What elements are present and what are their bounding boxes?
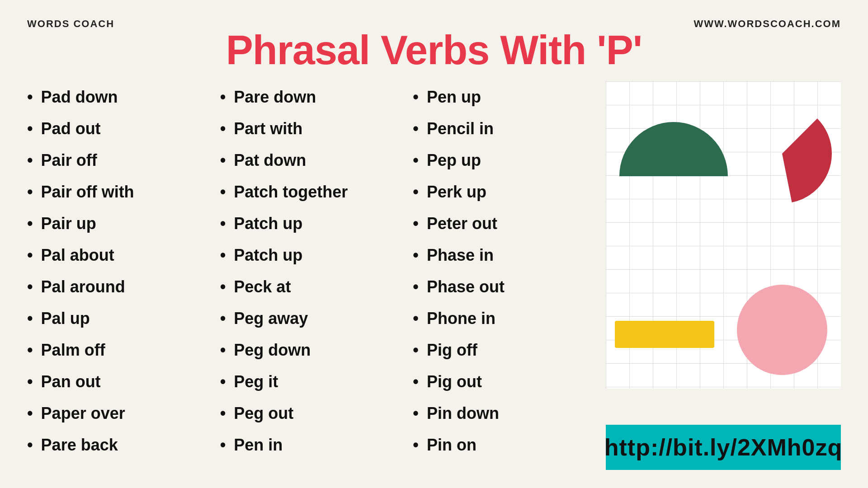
list-item: Pep up	[413, 145, 606, 176]
list-item: Pin on	[413, 429, 606, 461]
list-item: Pad down	[27, 81, 220, 113]
list-item: Pen up	[413, 81, 606, 113]
word-list-3: Pen upPencil inPep upPerk upPeter outPha…	[413, 81, 606, 461]
list-item: Part with	[220, 113, 413, 145]
list-item: Pal up	[27, 303, 220, 334]
url-text: http://bit.ly/2XMh0zq	[604, 434, 843, 461]
list-item: Palm off	[27, 334, 220, 366]
list-item: Phone in	[413, 303, 606, 334]
list-item: Pad out	[27, 113, 220, 145]
list-item: Pare down	[220, 81, 413, 113]
pink-circle	[737, 285, 827, 375]
list-item: Pan out	[27, 366, 220, 398]
yellow-rectangle	[615, 321, 714, 348]
url-bar[interactable]: http://bit.ly/2XMh0zq	[606, 425, 841, 470]
graphic-area	[606, 81, 841, 425]
list-item: Phase out	[413, 271, 606, 303]
list-item: Phase in	[413, 239, 606, 271]
column-3: Pen upPencil inPep upPerk upPeter outPha…	[413, 81, 606, 470]
list-item: Pair off with	[27, 176, 220, 208]
list-item: Pal around	[27, 271, 220, 303]
content-area: Pad downPad outPair offPair off withPair…	[27, 81, 841, 470]
list-item: Pen in	[220, 429, 413, 461]
word-list-2: Pare downPart withPat downPatch together…	[220, 81, 413, 461]
column-2: Pare downPart withPat downPatch together…	[220, 81, 413, 470]
page-title: Phrasal Verbs With 'P'	[0, 27, 868, 74]
list-item: Patch up	[220, 239, 413, 271]
right-panel: http://bit.ly/2XMh0zq	[606, 81, 841, 470]
list-item: Pig off	[413, 334, 606, 366]
list-item: Patch together	[220, 176, 413, 208]
list-item: Peg down	[220, 334, 413, 366]
list-item: Pig out	[413, 366, 606, 398]
list-item: Pencil in	[413, 113, 606, 145]
list-item: Peck at	[220, 271, 413, 303]
list-item: Pare back	[27, 429, 220, 461]
list-item: Pair off	[27, 145, 220, 176]
word-list-1: Pad downPad outPair offPair off withPair…	[27, 81, 220, 461]
list-item: Paper over	[27, 398, 220, 429]
column-1: Pad downPad outPair offPair off withPair…	[27, 81, 220, 470]
list-item: Patch up	[220, 208, 413, 239]
list-item: Peg away	[220, 303, 413, 334]
list-item: Peg it	[220, 366, 413, 398]
list-item: Perk up	[413, 176, 606, 208]
list-item: Pair up	[27, 208, 220, 239]
list-item: Pal about	[27, 239, 220, 271]
list-item: Peter out	[413, 208, 606, 239]
list-item: Pin down	[413, 398, 606, 429]
list-item: Peg out	[220, 398, 413, 429]
list-item: Pat down	[220, 145, 413, 176]
